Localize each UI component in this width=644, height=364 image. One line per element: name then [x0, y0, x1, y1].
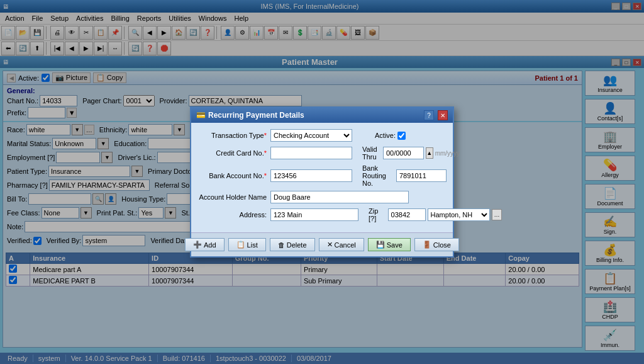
active-modal-label: Active:	[375, 132, 396, 139]
holder-label: Account Holder Name	[197, 193, 267, 201]
modal-help-button[interactable]: ?	[424, 110, 434, 120]
modal-row-bankaccount: Bank Account No. Bank Routing No.	[197, 164, 447, 187]
cancel-icon: ✕	[327, 241, 333, 249]
modal-row-address: Address: Zip [?] Hampton, NH …	[197, 207, 447, 222]
address-label: Address:	[197, 211, 267, 219]
modal-overlay: 💳 Recurring Payment Details ? ✕ Transact…	[0, 0, 644, 364]
modal-body: Transaction Type Checking Account Saving…	[191, 123, 453, 232]
close-icon: 🚪	[423, 241, 431, 249]
zip-label: Zip [?]	[369, 207, 386, 222]
bankacct-label: Bank Account No.	[197, 172, 267, 179]
validthru-spin[interactable]: ▲	[426, 147, 433, 159]
modal-add-button[interactable]: ➕ Add	[185, 238, 225, 251]
modal-row-holder: Account Holder Name	[197, 191, 447, 203]
routing-input[interactable]	[396, 169, 447, 182]
active-modal-checkbox[interactable]	[397, 132, 406, 140]
transtype-select[interactable]: Checking Account Savings Account Credit …	[270, 129, 352, 142]
modal-close-btn[interactable]: 🚪 Close	[414, 238, 459, 251]
zip-input[interactable]	[388, 208, 426, 221]
modal-title: Recurring Payment Details	[208, 111, 304, 120]
ccno-input[interactable]	[270, 147, 352, 159]
modal-titlebar: 💳 Recurring Payment Details ? ✕	[191, 108, 453, 123]
validthru-label: Valid Thru	[362, 145, 381, 161]
recurring-payment-modal: 💳 Recurring Payment Details ? ✕ Transact…	[190, 106, 454, 258]
modal-list-button[interactable]: 📋 List	[228, 238, 266, 251]
routing-label: Bank Routing No.	[362, 164, 394, 187]
modal-app-icon: 💳	[196, 111, 206, 120]
modal-close-button[interactable]: ✕	[438, 110, 448, 120]
modal-save-button[interactable]: 💾 Save	[368, 238, 411, 251]
list-icon: 📋	[236, 241, 245, 249]
modal-row-transtype: Transaction Type Checking Account Saving…	[197, 129, 447, 142]
delete-icon: 🗑	[278, 241, 285, 249]
modal-cancel-button[interactable]: ✕ Cancel	[319, 238, 364, 251]
validthru-input[interactable]	[383, 147, 424, 159]
city-state-select[interactable]: Hampton, NH	[428, 208, 490, 221]
save-icon: 💾	[376, 241, 385, 249]
validthru-format: mm/yyyy	[435, 150, 460, 157]
transtype-label: Transaction Type	[197, 132, 267, 139]
holder-input[interactable]	[270, 191, 409, 203]
modal-row-creditcard: Credit Card No. Valid Thru ▲ mm/yyyy	[197, 145, 447, 161]
modal-footer: ➕ Add 📋 List 🗑 Delete ✕ Cancel 💾 Sa	[191, 232, 453, 256]
address-input[interactable]	[270, 208, 358, 221]
modal-delete-button[interactable]: 🗑 Delete	[270, 238, 315, 251]
zip-detail-btn[interactable]: …	[492, 209, 502, 220]
add-icon: ➕	[193, 241, 202, 249]
ccno-label: Credit Card No.	[197, 149, 267, 157]
bankacct-input[interactable]	[270, 169, 352, 182]
